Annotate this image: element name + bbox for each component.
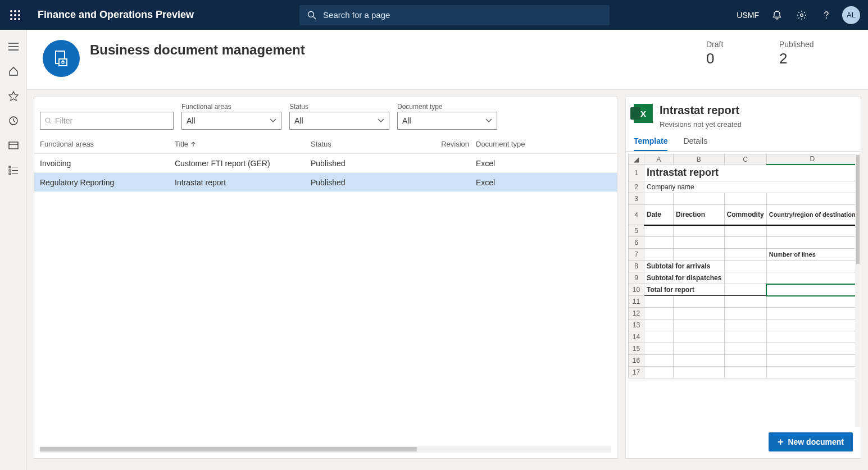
cell[interactable] <box>766 272 858 284</box>
row-header[interactable]: 14 <box>629 331 644 343</box>
cell[interactable] <box>644 320 674 331</box>
cell[interactable] <box>673 296 724 308</box>
row-header[interactable]: 2 <box>629 181 644 193</box>
cell[interactable] <box>766 284 858 296</box>
cell[interactable] <box>766 296 858 308</box>
cell[interactable] <box>673 320 724 331</box>
new-document-button[interactable]: + New document <box>769 432 853 451</box>
cell[interactable] <box>644 296 674 308</box>
cell[interactable]: Direction <box>673 205 724 225</box>
cell[interactable] <box>644 355 674 367</box>
cell[interactable] <box>724 237 766 249</box>
cell[interactable] <box>766 320 858 331</box>
modules-button[interactable] <box>8 165 19 176</box>
cell[interactable]: Company name <box>644 181 858 193</box>
cell[interactable] <box>766 308 858 320</box>
functional-areas-select[interactable]: All <box>181 112 281 130</box>
cell[interactable] <box>673 249 724 261</box>
cell[interactable] <box>724 249 766 261</box>
cell[interactable] <box>644 308 674 320</box>
cell[interactable] <box>724 343 766 355</box>
filter-input[interactable]: Filter <box>40 112 174 130</box>
cell[interactable] <box>724 296 766 308</box>
row-header[interactable]: 15 <box>629 343 644 355</box>
cell[interactable] <box>724 225 766 237</box>
cell[interactable] <box>766 355 858 367</box>
cell[interactable] <box>644 193 674 205</box>
row-header[interactable]: 7 <box>629 249 644 261</box>
cell[interactable]: Subtotal for arrivals <box>644 261 725 272</box>
settings-button[interactable] <box>789 0 814 30</box>
cell[interactable]: Commodity <box>724 205 766 225</box>
row-header[interactable]: 11 <box>629 296 644 308</box>
cell[interactable] <box>644 331 674 343</box>
cell[interactable]: Intrastat report <box>644 165 858 181</box>
cell[interactable] <box>724 193 766 205</box>
waffle-menu-button[interactable] <box>0 10 30 20</box>
cell[interactable] <box>724 320 766 331</box>
doctype-select[interactable]: All <box>397 112 497 130</box>
nav-expand-button[interactable] <box>8 41 19 52</box>
cell[interactable] <box>673 237 724 249</box>
table-row[interactable]: Invoicing Customer FTI report (GER) Publ… <box>34 153 617 172</box>
col-header[interactable]: D <box>766 154 858 165</box>
cell[interactable] <box>724 284 766 296</box>
th-revision[interactable]: Revision <box>441 140 469 148</box>
col-header[interactable]: A <box>644 154 674 165</box>
cell[interactable] <box>673 367 724 378</box>
cell[interactable] <box>766 237 858 249</box>
row-header[interactable]: 16 <box>629 355 644 367</box>
row-header[interactable]: 1 <box>629 165 644 181</box>
col-header[interactable]: C <box>724 154 766 165</box>
cell[interactable] <box>724 331 766 343</box>
row-header[interactable]: 4 <box>629 205 644 225</box>
legal-entity-label[interactable]: USMF <box>737 11 759 20</box>
cell[interactable]: Total for report <box>644 284 725 296</box>
row-header[interactable]: 6 <box>629 237 644 249</box>
cell[interactable] <box>673 355 724 367</box>
tab-details[interactable]: Details <box>683 136 707 151</box>
help-button[interactable] <box>814 0 839 30</box>
cell[interactable] <box>644 343 674 355</box>
row-header[interactable]: 10 <box>629 284 644 296</box>
cell[interactable] <box>644 249 674 261</box>
row-header[interactable]: 3 <box>629 193 644 205</box>
tab-template[interactable]: Template <box>634 136 667 151</box>
cell[interactable] <box>724 308 766 320</box>
row-header[interactable]: 8 <box>629 261 644 272</box>
favorites-button[interactable] <box>8 90 19 102</box>
cell[interactable] <box>673 308 724 320</box>
th-document-type[interactable]: Document type <box>469 140 611 148</box>
user-avatar[interactable]: AL <box>842 6 860 24</box>
cell[interactable] <box>724 272 766 284</box>
cell[interactable]: Subtotal for dispatches <box>644 272 725 284</box>
status-select[interactable]: All <box>289 112 389 130</box>
cell[interactable]: Number of lines <box>766 249 858 261</box>
cell[interactable] <box>644 225 674 237</box>
th-status[interactable]: Status <box>311 140 441 148</box>
row-header[interactable]: 13 <box>629 320 644 331</box>
cell[interactable] <box>673 331 724 343</box>
cell[interactable] <box>724 367 766 378</box>
row-header[interactable]: 5 <box>629 225 644 237</box>
home-button[interactable] <box>8 66 19 77</box>
select-all-cell[interactable]: ◢ <box>629 154 644 165</box>
workspaces-button[interactable] <box>8 140 19 151</box>
row-header[interactable]: 9 <box>629 272 644 284</box>
row-header[interactable]: 17 <box>629 367 644 378</box>
col-header[interactable]: B <box>673 154 724 165</box>
recent-button[interactable] <box>8 115 19 126</box>
cell[interactable] <box>673 225 724 237</box>
vertical-scrollbar[interactable] <box>855 154 861 427</box>
horizontal-scrollbar[interactable] <box>40 446 611 453</box>
cell[interactable] <box>766 331 858 343</box>
cell[interactable] <box>673 193 724 205</box>
cell[interactable] <box>766 193 858 205</box>
cell[interactable] <box>766 225 858 237</box>
cell[interactable]: Date <box>644 205 674 225</box>
cell[interactable] <box>766 367 858 378</box>
cell[interactable] <box>673 343 724 355</box>
cell[interactable] <box>644 237 674 249</box>
th-functional-areas[interactable]: Functional areas <box>40 140 175 148</box>
cell[interactable] <box>766 343 858 355</box>
